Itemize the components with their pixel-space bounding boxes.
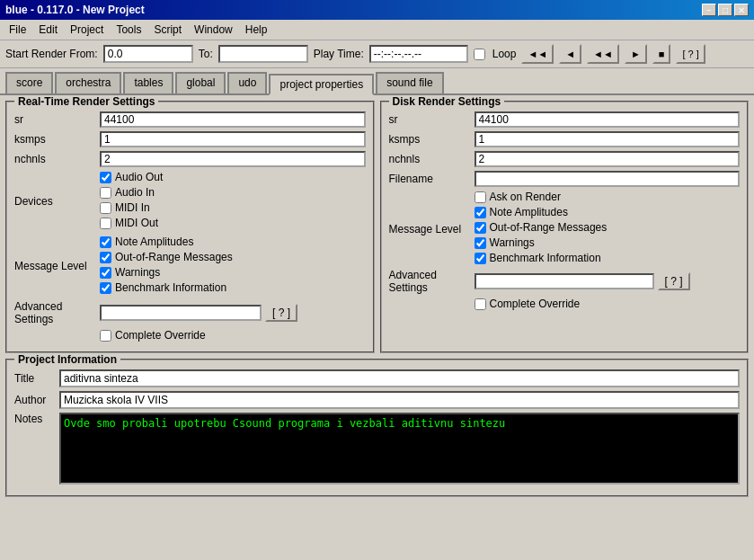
- disk-filename-input[interactable]: [475, 171, 741, 187]
- rt-warnings-checkbox[interactable]: [100, 267, 111, 279]
- pi-notes-textarea[interactable]: Ovde smo probali upotrebu Csound program…: [59, 413, 740, 484]
- disk-message-section: Ask on Render Note Amplitudes Out-of-Ran…: [475, 191, 608, 267]
- rt-sr-input[interactable]: [100, 111, 366, 128]
- menu-help[interactable]: Help: [240, 22, 273, 38]
- pi-author-row: Author: [14, 391, 740, 409]
- disk-ask-row: Message Level Ask on Render Note Amplitu…: [389, 191, 741, 267]
- rt-benchmark-label: Benchmark Information: [115, 281, 226, 294]
- rt-midi-in-checkbox[interactable]: [100, 202, 111, 214]
- disk-message-label: Message Level: [389, 223, 475, 236]
- rt-message-label: Message Level: [14, 260, 100, 272]
- rt-ksmps-row: ksmps: [14, 131, 366, 147]
- rt-benchmark-row: Benchmark Information: [100, 281, 233, 294]
- menu-project[interactable]: Project: [65, 22, 109, 38]
- pi-title-label: Title: [14, 372, 59, 385]
- rt-complete-override-label: Complete Override: [115, 329, 206, 342]
- menu-tools[interactable]: Tools: [111, 22, 146, 38]
- menu-script[interactable]: Script: [148, 22, 187, 38]
- rt-midi-in-row: MIDI In: [100, 201, 163, 214]
- pi-author-input[interactable]: [59, 391, 740, 409]
- tab-project-properties[interactable]: project properties: [269, 74, 374, 95]
- rt-warnings-row: Warnings: [100, 266, 233, 279]
- pi-title-row: Title: [14, 369, 740, 387]
- project-info-title: Project Information: [14, 353, 120, 366]
- rt-sr-label: sr: [14, 113, 100, 126]
- play-time-input[interactable]: [369, 45, 468, 63]
- disk-ksmps-input[interactable]: [475, 131, 741, 147]
- tab-sound-file[interactable]: sound file: [376, 72, 443, 93]
- rt-out-of-range-checkbox[interactable]: [100, 252, 111, 263]
- rt-midi-in-label: MIDI In: [115, 201, 150, 214]
- to-label: To:: [199, 48, 213, 60]
- loop-label: Loop: [492, 48, 517, 60]
- rt-adv-settings-label: Advanced Settings: [14, 300, 100, 325]
- rt-complete-override-checkbox[interactable]: [100, 330, 111, 342]
- rt-sr-row: sr: [14, 111, 366, 128]
- disk-sr-label: sr: [389, 113, 475, 126]
- disk-adv-settings-input[interactable]: [475, 273, 654, 289]
- disk-filename-row: Filename: [389, 171, 741, 187]
- title-bar-buttons: − □ ✕: [702, 4, 749, 16]
- disk-panel-title: Disk Render Settings: [389, 95, 505, 108]
- window-title: blue - 0.117.0 - New Project: [5, 4, 145, 16]
- disk-adv-settings-row: Advanced Settings [ ? ]: [389, 269, 741, 294]
- rt-midi-out-row: MIDI Out: [100, 217, 163, 229]
- disk-benchmark-checkbox[interactable]: [475, 253, 486, 264]
- disk-warnings-checkbox[interactable]: [475, 237, 486, 249]
- rt-adv-settings-input[interactable]: [100, 305, 262, 321]
- rt-note-amp-checkbox[interactable]: [100, 236, 111, 248]
- menu-edit[interactable]: Edit: [33, 22, 63, 38]
- tab-orchestra[interactable]: orchestra: [55, 72, 121, 93]
- main-content: Real-Time Render Settings sr ksmps nchnl…: [0, 95, 754, 502]
- menu-window[interactable]: Window: [189, 22, 238, 38]
- rt-benchmark-checkbox[interactable]: [100, 282, 111, 294]
- disk-ask-on-render-checkbox[interactable]: [475, 191, 486, 203]
- disk-sr-row: sr: [389, 111, 741, 128]
- disk-panel: Disk Render Settings sr ksmps nchnls Fil…: [380, 101, 750, 353]
- play-button[interactable]: ►: [625, 44, 647, 64]
- pi-title-input[interactable]: [59, 369, 740, 387]
- help-toolbar-button[interactable]: [ ? ]: [676, 44, 705, 64]
- prev-prev-button[interactable]: ◄◄: [521, 44, 554, 64]
- to-input[interactable]: [218, 45, 308, 63]
- disk-note-amp-row: Note Amplitudes: [475, 206, 608, 218]
- rt-audio-out-checkbox[interactable]: [100, 172, 111, 183]
- rt-nchnls-row: nchnls: [14, 151, 366, 167]
- disk-benchmark-label: Benchmark Information: [490, 252, 601, 264]
- disk-ask-on-render-label: Ask on Render: [490, 191, 561, 203]
- tab-score[interactable]: score: [5, 72, 53, 93]
- disk-nchnls-label: nchnls: [389, 153, 475, 165]
- rt-adv-settings-row: Advanced Settings [ ? ]: [14, 300, 366, 325]
- disk-nchnls-input[interactable]: [475, 151, 741, 167]
- rt-message-row: Message Level Note Amplitudes Out-of-Ran…: [14, 236, 366, 297]
- rt-audio-out-row: Audio Out: [100, 171, 163, 183]
- disk-sr-input[interactable]: [475, 111, 741, 128]
- realtime-panel: Real-Time Render Settings sr ksmps nchnl…: [5, 101, 375, 353]
- rt-help-button[interactable]: [ ? ]: [265, 304, 297, 322]
- disk-nchnls-row: nchnls: [389, 151, 741, 167]
- disk-note-amp-checkbox[interactable]: [475, 207, 486, 218]
- prev-button[interactable]: ◄: [559, 44, 581, 64]
- menu-file[interactable]: File: [4, 22, 31, 38]
- rewind-button[interactable]: ◄◄: [587, 44, 619, 64]
- tab-udo[interactable]: udo: [227, 72, 267, 93]
- tab-global[interactable]: global: [175, 72, 226, 93]
- disk-out-of-range-checkbox[interactable]: [475, 222, 486, 234]
- maximize-button[interactable]: □: [718, 4, 732, 16]
- rt-audio-in-checkbox[interactable]: [100, 187, 111, 199]
- tab-tables[interactable]: tables: [123, 72, 173, 93]
- rt-audio-in-label: Audio In: [115, 186, 155, 199]
- rt-audio-in-row: Audio In: [100, 186, 163, 199]
- disk-complete-override-checkbox[interactable]: [475, 298, 486, 310]
- rt-ksmps-input[interactable]: [100, 131, 366, 147]
- minimize-button[interactable]: −: [702, 4, 716, 16]
- loop-checkbox[interactable]: [474, 49, 485, 60]
- panels-row: Real-Time Render Settings sr ksmps nchnl…: [5, 101, 749, 353]
- rt-nchnls-input[interactable]: [100, 151, 366, 167]
- close-button[interactable]: ✕: [734, 4, 749, 16]
- stop-button[interactable]: ■: [652, 44, 671, 64]
- disk-ksmps-row: ksmps: [389, 131, 741, 147]
- start-render-input[interactable]: [103, 45, 193, 63]
- disk-help-button[interactable]: [ ? ]: [658, 272, 690, 290]
- rt-midi-out-checkbox[interactable]: [100, 218, 111, 229]
